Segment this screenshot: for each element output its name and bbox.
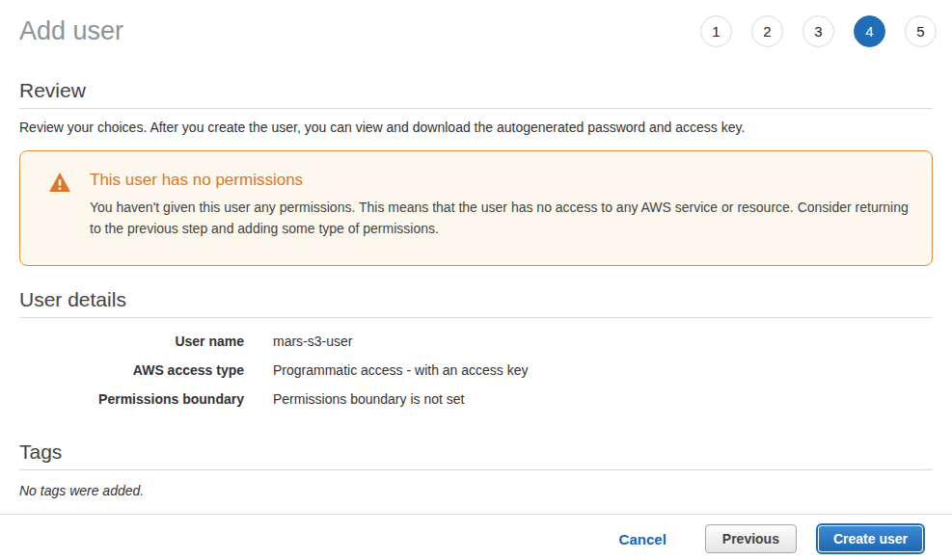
create-user-button-focus-ring: Create user [816, 523, 925, 554]
wizard-step-4-active: 4 [854, 15, 885, 47]
detail-value: Permissions boundary is not set [273, 389, 464, 409]
no-permissions-warning-banner: This user has no permissions You haven't… [19, 150, 933, 266]
add-user-wizard-page: Add user 1 2 3 4 5 Review Review your ch… [0, 0, 952, 498]
wizard-step-indicator: 1 2 3 4 5 [700, 15, 937, 47]
page-title: Add user [19, 16, 123, 46]
create-user-button[interactable]: Create user [819, 526, 922, 551]
review-heading: Review [19, 78, 933, 102]
wizard-header: Add user 1 2 3 4 5 [0, 0, 952, 47]
user-details-divider [19, 317, 933, 318]
detail-row-permissions-boundary: Permissions boundary Permissions boundar… [19, 389, 933, 409]
wizard-step-3: 3 [802, 15, 834, 47]
previous-button[interactable]: Previous [705, 524, 797, 553]
detail-row-user-name: User name mars-s3-user [19, 332, 933, 351]
review-description: Review your choices. After you create th… [19, 120, 933, 135]
tags-empty-message: No tags were added. [19, 483, 933, 498]
wizard-step-5: 5 [905, 15, 937, 47]
wizard-step-1: 1 [700, 15, 732, 47]
warning-title: This user has no permissions [90, 171, 912, 190]
detail-value: Programmatic access - with an access key [273, 360, 529, 380]
detail-label: Permissions boundary [19, 389, 244, 409]
detail-row-access-type: AWS access type Programmatic access - wi… [19, 360, 933, 380]
warning-content: This user has no permissions You haven't… [90, 171, 912, 242]
wizard-footer: Cancel Previous Create user [0, 514, 952, 554]
footer-buttons: Cancel Previous Create user [0, 515, 952, 554]
wizard-content: Review Review your choices. After you cr… [0, 78, 952, 498]
warning-body: You haven't given this user any permissi… [90, 197, 912, 239]
detail-label: User name [19, 332, 244, 351]
tags-heading: Tags [19, 440, 933, 464]
user-details-list: User name mars-s3-user AWS access type P… [19, 332, 933, 409]
user-details-heading: User details [19, 287, 933, 311]
warning-triangle-icon [49, 173, 70, 242]
tags-divider [19, 469, 933, 470]
review-divider [19, 108, 933, 109]
detail-value: mars-s3-user [273, 332, 352, 351]
cancel-button[interactable]: Cancel [619, 531, 666, 547]
wizard-step-2: 2 [751, 15, 783, 47]
detail-label: AWS access type [19, 360, 244, 380]
